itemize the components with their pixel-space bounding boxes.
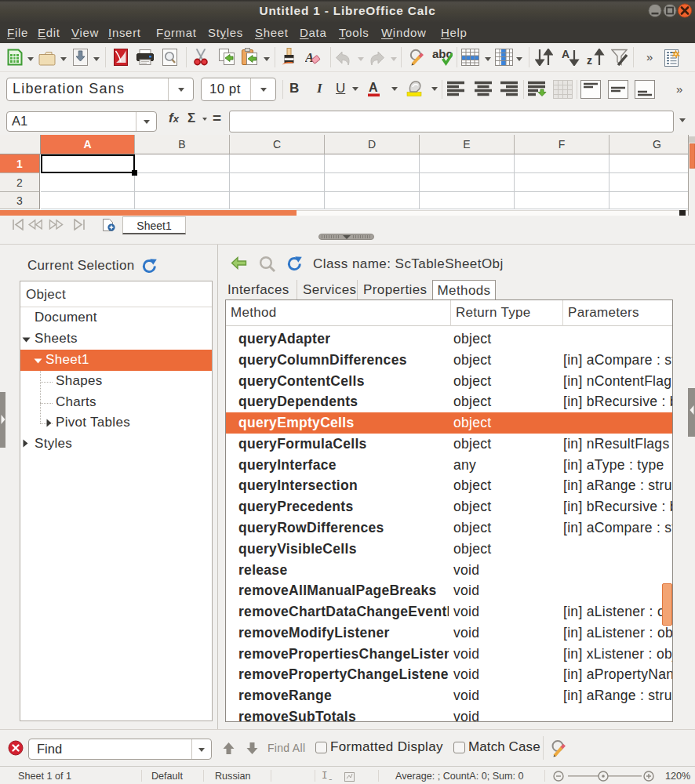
svg-text:A: A [562,49,569,60]
svg-text:A: A [305,50,314,65]
svg-text:A: A [369,81,378,94]
svg-text:z: z [587,54,592,66]
